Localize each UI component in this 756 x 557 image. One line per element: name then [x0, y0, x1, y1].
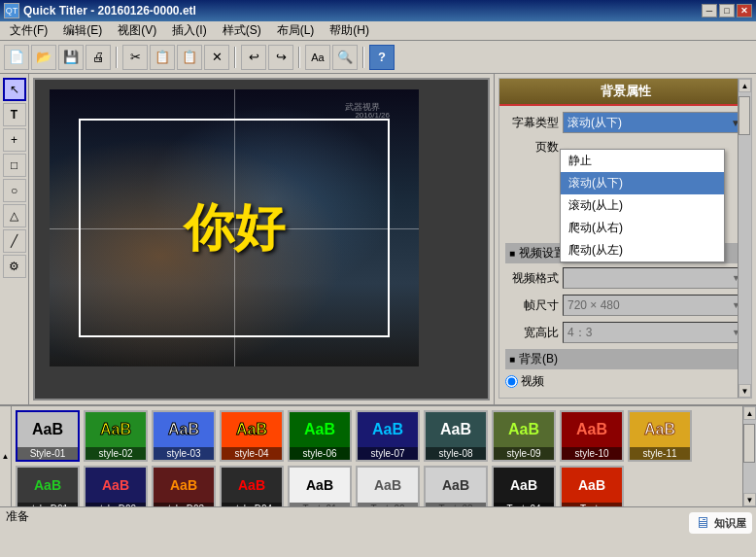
- aspect-ratio-input: 4：3 ▼: [563, 322, 745, 343]
- style-item-09[interactable]: AaB style-09: [492, 410, 556, 462]
- save-button[interactable]: 💾: [58, 45, 84, 70]
- style-item-02[interactable]: AaB style-02: [84, 410, 148, 462]
- style-item-d03[interactable]: AaB style-D03: [152, 466, 216, 506]
- select-tool[interactable]: ↖: [3, 78, 26, 101]
- bg-collapse-icon[interactable]: ■: [509, 354, 515, 365]
- radio-video-input[interactable]: [505, 375, 518, 388]
- status-text: 准备: [6, 508, 29, 525]
- style-item-d01[interactable]: AaB style-D01: [16, 466, 80, 506]
- rect-tool[interactable]: □: [3, 154, 26, 177]
- help-button[interactable]: ?: [369, 45, 395, 70]
- style-item-text03[interactable]: AaB Text_03: [424, 466, 488, 506]
- style-item-06[interactable]: AaB style-06: [288, 410, 352, 462]
- style-name-d02: style-D02: [86, 503, 146, 506]
- paste-button[interactable]: 📋: [177, 45, 202, 70]
- print-button[interactable]: 🖨: [86, 45, 111, 70]
- watermark-text: 知识屋: [714, 516, 746, 531]
- style-item-03[interactable]: AaB style-03: [152, 410, 216, 462]
- add-tool[interactable]: +: [3, 128, 26, 152]
- style-item-d04[interactable]: AaB style-D04: [220, 466, 284, 506]
- style-item-d02[interactable]: AaB style-D02: [84, 466, 148, 506]
- menu-insert[interactable]: 插入(I): [164, 20, 214, 41]
- open-button[interactable]: 📂: [31, 45, 56, 70]
- style-item-08[interactable]: AaB style-08: [424, 410, 488, 462]
- right-panel: 背景属性 字幕类型 滚动(从下) ▼ 页数: [494, 74, 756, 404]
- status-bar: 准备: [0, 506, 756, 526]
- dropdown-value: 滚动(从下): [567, 115, 622, 131]
- bg-radio-group2: 白: [505, 396, 533, 399]
- separator-1: [116, 47, 118, 68]
- bg-radio-group: 视频: [505, 373, 544, 390]
- triangle-tool[interactable]: △: [3, 204, 26, 227]
- menu-file[interactable]: 文件(F): [2, 20, 55, 41]
- settings-tool[interactable]: ⚙: [3, 255, 26, 278]
- style-scroll-track[interactable]: [743, 420, 756, 493]
- panel-scrollbar[interactable]: ▲ ▼: [738, 79, 751, 398]
- undo-button[interactable]: ↩: [241, 45, 266, 70]
- delete-button[interactable]: ✕: [204, 45, 229, 70]
- oval-tool[interactable]: ○: [3, 179, 26, 202]
- scroll-track[interactable]: [739, 92, 751, 384]
- new-button[interactable]: 📄: [4, 45, 29, 70]
- video-format-input: ▼: [563, 267, 745, 289]
- style-name-02: style-02: [86, 447, 146, 460]
- style-item-text04[interactable]: AaB Text_04: [492, 466, 556, 506]
- close-button[interactable]: ✕: [737, 4, 752, 17]
- style-sample-07: AaB: [358, 412, 418, 447]
- style-item-07[interactable]: AaB style-07: [356, 410, 420, 462]
- menu-edit[interactable]: 编辑(E): [55, 20, 110, 41]
- line-tool[interactable]: ╱: [3, 229, 26, 253]
- style-item-text05[interactable]: AaB Text_: [560, 466, 624, 506]
- style-item-text01[interactable]: AaB Text_01: [288, 466, 352, 506]
- style-name-04: style-04: [222, 447, 282, 460]
- menu-view[interactable]: 视图(V): [110, 20, 164, 41]
- option-crawl-right[interactable]: 爬动(从右): [561, 217, 724, 239]
- maximize-button[interactable]: □: [719, 4, 735, 17]
- style-name-10: style-10: [562, 447, 622, 460]
- frame-size-control: 720 × 480 ▼: [563, 295, 745, 316]
- scroll-down-button[interactable]: ▼: [739, 384, 751, 398]
- scroll-up-button[interactable]: ▲: [739, 79, 751, 92]
- menu-style[interactable]: 样式(S): [215, 20, 269, 41]
- style-scrollbar[interactable]: ▲ ▼: [742, 406, 756, 506]
- scroll-thumb[interactable]: [739, 96, 750, 135]
- style-scroll-down[interactable]: ▼: [743, 493, 756, 506]
- style-scroll-area: AaB Style-01 AaB style-02 AaB style-03 A…: [12, 406, 742, 506]
- menu-layout[interactable]: 布局(L): [269, 20, 323, 41]
- text-tool[interactable]: T: [3, 103, 26, 126]
- redo-button[interactable]: ↪: [268, 45, 293, 70]
- copy-button[interactable]: 📋: [150, 45, 175, 70]
- style-item-text02[interactable]: AaB Text_02: [356, 466, 420, 506]
- menu-help[interactable]: 帮助(H): [322, 20, 377, 41]
- subtitle-type-control: 滚动(从下) ▼: [563, 112, 745, 133]
- subtitle-type-dropdown[interactable]: 滚动(从下) ▼: [563, 112, 745, 133]
- collapse-icon[interactable]: ■: [509, 248, 515, 259]
- subtitle-type-row: 字幕类型 滚动(从下) ▼: [505, 112, 745, 133]
- radio-white-input[interactable]: [505, 398, 518, 399]
- style-item-01[interactable]: AaB Style-01: [16, 410, 80, 462]
- canvas-area: 你好 武器视界 2016/1/26: [33, 78, 490, 400]
- option-scroll-down[interactable]: 滚动(从下): [561, 172, 724, 194]
- text-size-button[interactable]: Aa: [305, 45, 330, 70]
- style-item-10[interactable]: AaB style-10: [560, 410, 624, 462]
- window-title: Quick Titler - 20160126-0000.etl: [23, 4, 196, 17]
- style-name-text03: Text_03: [426, 503, 486, 506]
- option-static[interactable]: 静止: [561, 150, 724, 172]
- style-item-11[interactable]: AaB style-11: [628, 410, 692, 462]
- radio-white-label: 白: [521, 396, 533, 399]
- minimize-button[interactable]: ─: [702, 4, 717, 17]
- option-scroll-up[interactable]: 滚动(从上): [561, 194, 724, 217]
- style-name-06: style-06: [290, 447, 350, 460]
- search-button[interactable]: 🔍: [332, 45, 358, 70]
- option-crawl-left[interactable]: 爬动(从左): [561, 239, 724, 261]
- style-item-04[interactable]: AaB style-04: [220, 410, 284, 462]
- style-panel: ▲ AaB Style-01 AaB style-02 AaB style-03…: [0, 404, 756, 506]
- title-controls: ─ □ ✕: [702, 4, 752, 17]
- background-label: 背景(B): [519, 351, 558, 367]
- radio-white[interactable]: 白: [505, 396, 533, 399]
- panel-title: 背景属性: [499, 79, 751, 106]
- style-scroll-thumb[interactable]: [743, 424, 755, 463]
- radio-video[interactable]: 视频: [505, 373, 544, 390]
- cut-button[interactable]: ✂: [122, 45, 148, 70]
- style-scroll-up[interactable]: ▲: [743, 406, 756, 420]
